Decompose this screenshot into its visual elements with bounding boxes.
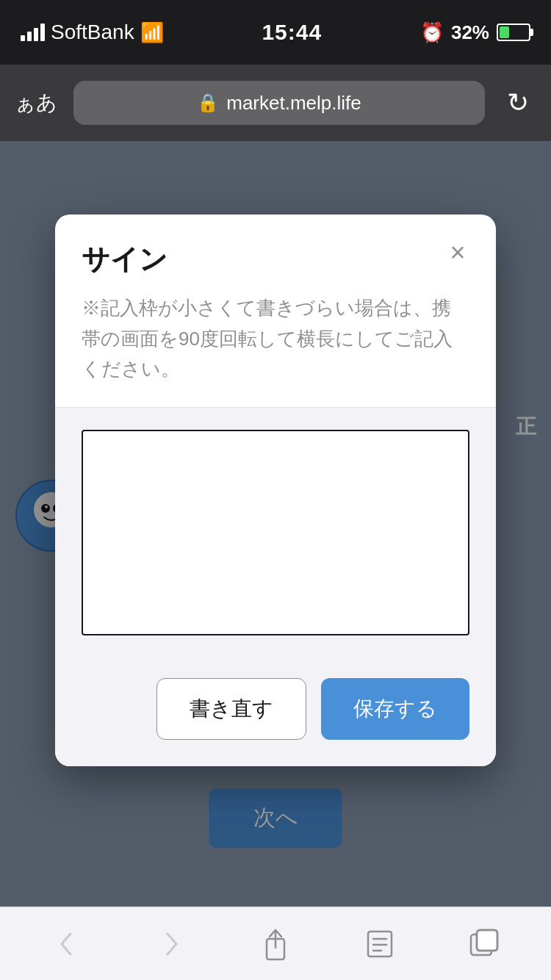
forward-button[interactable]	[142, 922, 201, 966]
time-display: 15:44	[262, 20, 322, 45]
reload-button[interactable]: ↻	[500, 87, 536, 118]
battery-percent: 32%	[451, 21, 489, 44]
page-background: 正 次へ サイン × ※記入枠が小さくて書きづらい場合は、携帯の画面を90度回転…	[0, 141, 551, 907]
lock-icon: 🔒	[197, 93, 219, 113]
back-button[interactable]	[37, 922, 96, 966]
browser-bar: ぁあ 🔒 market.melp.life ↻	[0, 65, 551, 141]
status-left: SoftBank 📶	[21, 21, 164, 44]
battery-icon	[497, 24, 530, 41]
alarm-icon: ⏰	[420, 21, 444, 44]
modal-description: ※記入枠が小さくて書きづらい場合は、携帯の画面を90度回転して横長にしてご記入く…	[82, 293, 469, 385]
carrier-label: SoftBank	[51, 21, 134, 44]
save-button[interactable]: 保存する	[321, 678, 469, 740]
status-bar: SoftBank 📶 15:44 ⏰ 32%	[0, 0, 551, 65]
bookmarks-button[interactable]	[350, 922, 409, 966]
tabs-button[interactable]	[455, 922, 514, 966]
status-right: ⏰ 32%	[420, 21, 530, 44]
modal-header: サイン × ※記入枠が小さくて書きづらい場合は、携帯の画面を90度回転して横長に…	[55, 215, 496, 385]
signal-icon	[21, 24, 45, 41]
text-size-button[interactable]: ぁあ	[15, 89, 59, 117]
signature-canvas[interactable]	[82, 430, 469, 635]
rewrite-button[interactable]: 書き直す	[156, 678, 306, 740]
share-button[interactable]	[246, 922, 305, 966]
modal-title: サイン	[82, 241, 469, 278]
wifi-icon: 📶	[140, 21, 164, 44]
canvas-area	[55, 408, 496, 660]
modal-overlay: サイン × ※記入枠が小さくて書きづらい場合は、携帯の画面を90度回転して横長に…	[0, 141, 551, 907]
url-text: market.melp.life	[226, 92, 361, 115]
bottom-nav	[0, 907, 551, 980]
sign-modal: サイン × ※記入枠が小さくて書きづらい場合は、携帯の画面を90度回転して横長に…	[55, 215, 496, 766]
modal-footer: 書き直す 保存する	[55, 660, 496, 766]
url-bar[interactable]: 🔒 market.melp.life	[73, 81, 485, 125]
svg-rect-9	[477, 930, 497, 951]
close-button[interactable]: ×	[442, 237, 474, 269]
